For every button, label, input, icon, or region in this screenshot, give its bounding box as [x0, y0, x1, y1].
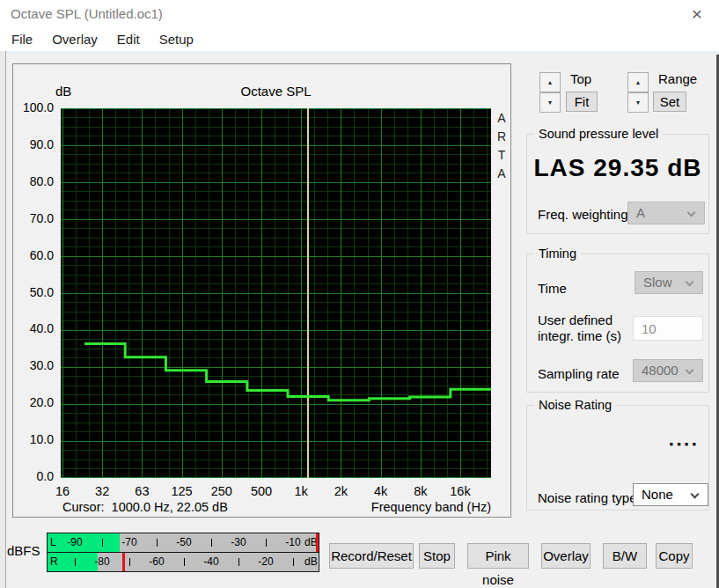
integr-time-label-line2: integr. time (s): [538, 328, 621, 343]
sampling-rate-label: Sampling rate: [538, 366, 620, 381]
arta-watermark: ARTA: [495, 109, 509, 183]
x-tick-label: 2k: [321, 484, 360, 498]
y-tick-label: 40.0: [13, 321, 54, 335]
y-tick-label: 80.0: [13, 174, 54, 188]
meter-scale-label: -70: [121, 536, 136, 548]
close-icon[interactable]: ×: [685, 4, 709, 25]
meter-tick: [129, 558, 130, 566]
x-tick-label: 32: [83, 484, 121, 498]
noise-rating-group-title: Noise Rating: [534, 398, 616, 412]
menu-item-edit[interactable]: Edit: [107, 28, 150, 51]
range-spinner-down-icon[interactable]: ▼: [627, 92, 649, 113]
octave-spl-plot[interactable]: [61, 108, 491, 478]
meter-tick: [184, 558, 185, 566]
menu-item-file[interactable]: File: [2, 28, 42, 51]
meter-scale-label: -60: [149, 555, 164, 568]
x-tick-label: 125: [163, 484, 202, 498]
noise-rating-type-combo[interactable]: None: [633, 483, 708, 506]
meter-scale-label: -50: [176, 536, 191, 548]
meter-scale-label: -20: [258, 555, 273, 568]
range-spinner-up-icon[interactable]: ▲: [627, 72, 649, 92]
spl-group-title: Sound pressure level: [534, 127, 663, 141]
meter-tick: [238, 558, 239, 566]
sampling-rate-combo[interactable]: 48000: [633, 359, 703, 382]
copy-button[interactable]: Copy: [656, 543, 693, 569]
range-label: Range: [658, 71, 697, 86]
meter-scale-label: -30: [231, 536, 246, 548]
meter-peak-indicator: [316, 533, 319, 552]
set-button[interactable]: Set: [653, 92, 686, 112]
x-tick-label: 8k: [401, 484, 440, 498]
y-tick-label: 70.0: [13, 211, 54, 225]
record-reset-button[interactable]: Record/Reset: [329, 543, 414, 569]
stop-button[interactable]: Stop: [419, 543, 455, 569]
dbfs-label: dBFS: [7, 543, 40, 558]
meter-scale-label: -90: [67, 536, 82, 548]
level-meter: -90-70-50-30-10LdB-80-60-40-20RdB: [47, 533, 319, 572]
meter-unit-label: dB: [304, 555, 318, 568]
meter-scale-label: -10: [285, 536, 300, 548]
y-tick-label: 0.0: [13, 469, 54, 483]
meter-tick: [293, 558, 294, 566]
cursor-readout: Cursor: 1000.0 Hz, 22.05 dB: [62, 500, 228, 514]
spl-value: LAS 29.35 dB: [527, 154, 708, 182]
x-tick-label: 500: [242, 484, 281, 498]
integr-time-label-line1: User defined: [538, 312, 613, 327]
window-title: Octave SPL (Untitled.oc1): [11, 6, 163, 21]
y-tick-label: 50.0: [13, 285, 54, 299]
fit-button[interactable]: Fit: [566, 92, 598, 112]
y-tick-label: 30.0: [13, 358, 54, 372]
noise-rating-group: Noise Rating ▪▪▪▪ Noise rating type None: [526, 405, 709, 511]
top-spinner-down-icon[interactable]: ▼: [539, 92, 561, 113]
menu-item-setup[interactable]: Setup: [150, 28, 203, 51]
meter-row-r: -80-60-40-20RdB: [47, 552, 319, 572]
menu-bar: FileOverlayEditSetup: [0, 28, 719, 51]
y-tick-label: 100.0: [13, 100, 54, 114]
x-tick-label: 16: [43, 484, 82, 498]
y-tick-label: 10.0: [13, 432, 54, 446]
meter-tick: [211, 539, 212, 547]
meter-bar-l: [48, 533, 120, 552]
title-bar: Octave SPL (Untitled.oc1) ×: [0, 0, 719, 28]
noise-rating-value-dots: ▪▪▪▪: [670, 437, 700, 451]
top-spinner-up-icon[interactable]: ▲: [539, 72, 561, 92]
time-combo[interactable]: Slow: [635, 271, 703, 294]
timing-group-title: Timing: [534, 246, 581, 261]
x-tick-label: 4k: [362, 484, 400, 498]
menubar-accent-line: [0, 51, 719, 54]
meter-tick: [102, 539, 103, 547]
meter-row-l: -90-70-50-30-10LdB: [47, 533, 319, 553]
overlay-button[interactable]: Overlay: [541, 543, 591, 569]
top-label: Top: [570, 71, 591, 86]
left-edge-strip: [0, 51, 6, 588]
noise-rating-type-label: Noise rating type: [538, 490, 637, 505]
meter-scale-label: -80: [94, 555, 109, 568]
meter-tick: [266, 539, 267, 547]
x-tick-label: 250: [202, 484, 241, 498]
y-tick-label: 90.0: [13, 137, 54, 151]
top-spinner: ▲ ▼: [539, 72, 561, 113]
arta-octave-spl-window: Octave SPL (Untitled.oc1) × FileOverlayE…: [0, 0, 719, 588]
chart-panel: dB Octave SPL ARTA 100.090.080.070.060.0…: [12, 63, 511, 518]
meter-tick: [157, 539, 158, 547]
freq-weighting-label: Freq. weighting: [538, 207, 628, 222]
range-spinner: ▲ ▼: [627, 72, 649, 113]
integr-time-input[interactable]: [633, 316, 703, 341]
freq-weighting-combo[interactable]: A: [627, 202, 705, 224]
x-tick-label: 16k: [441, 484, 480, 498]
pink-noise-button[interactable]: Pink noise: [467, 543, 529, 569]
y-tick-label: 20.0: [13, 395, 54, 409]
time-label: Time: [538, 281, 567, 296]
meter-scale-label: -40: [203, 555, 218, 568]
menu-item-overlay[interactable]: Overlay: [42, 28, 107, 51]
x-axis-title: Frequency band (Hz): [371, 500, 491, 514]
meter-channel-label: R: [50, 555, 58, 568]
meter-tick: [75, 558, 76, 566]
spl-group: Sound pressure level LAS 29.35 dB Freq. …: [526, 134, 709, 234]
timing-group: Timing Time Slow User defined integr. ti…: [526, 254, 709, 393]
meter-channel-label: L: [50, 536, 56, 548]
y-tick-label: 60.0: [13, 248, 54, 262]
meter-peak-indicator: [122, 553, 125, 571]
x-tick-label: 1k: [282, 484, 320, 498]
b-w-button[interactable]: B/W: [603, 543, 647, 569]
